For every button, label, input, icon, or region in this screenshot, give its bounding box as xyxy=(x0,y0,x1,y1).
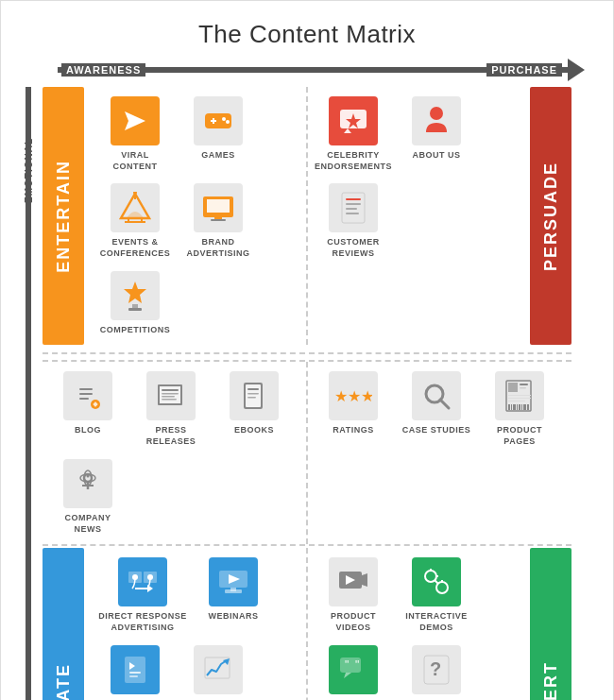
svg-rect-56 xyxy=(508,395,531,396)
webinars-label: WEBINARS xyxy=(209,611,259,623)
svg-rect-15 xyxy=(211,219,226,221)
svg-rect-66 xyxy=(527,404,529,410)
svg-rect-28 xyxy=(79,393,93,395)
list-item: " " TESTIMONIALS xyxy=(316,645,391,700)
awareness-purchase-axis: AWARENESS PURCHASE xyxy=(58,57,575,83)
svg-rect-65 xyxy=(523,404,526,410)
svg-point-4 xyxy=(222,117,226,121)
svg-rect-27 xyxy=(79,388,93,390)
svg-rect-62 xyxy=(517,404,518,410)
svg-marker-0 xyxy=(125,111,145,130)
convert-band: CONVERT xyxy=(530,548,571,700)
ebooks-label: EBOOKS xyxy=(234,425,274,436)
product-pages-icon xyxy=(495,371,544,420)
list-item: DIRECT RESPONSEADVERTISING xyxy=(97,557,188,633)
svg-rect-23 xyxy=(346,203,361,205)
persuade-band: PERSUADE xyxy=(530,87,571,345)
brand-advertising-icon xyxy=(194,183,243,232)
list-item: ★★★ RATINGS xyxy=(316,371,391,447)
svg-rect-24 xyxy=(346,208,357,210)
customer-reviews-icon xyxy=(329,183,378,232)
svg-rect-36 xyxy=(162,396,175,398)
events-conferences-icon xyxy=(111,183,160,232)
emotional-rational-axis: EMOTIONAL RATIONAL xyxy=(14,87,43,700)
list-item: CELEBRITYENDORSEMENTS xyxy=(316,96,391,172)
svg-rect-29 xyxy=(79,398,89,400)
svg-rect-33 xyxy=(160,386,180,403)
bottom-right-quadrant: PRODUCTVIDEOS xyxy=(308,548,524,700)
list-item: GUIDES xyxy=(97,645,173,700)
svg-text:": " xyxy=(345,658,349,672)
list-item: COMPETITIONS xyxy=(97,271,173,336)
press-releases-icon xyxy=(146,371,196,420)
games-icon xyxy=(194,96,243,145)
svg-rect-79 xyxy=(129,675,138,677)
list-item: BRANDADVERTISING xyxy=(180,183,256,259)
middle-section: BLOG PR xyxy=(43,360,571,546)
main-container: The Content Matrix AWARENESS PURCHASE EM… xyxy=(0,0,614,700)
brand-advertising-label: BRANDADVERTISING xyxy=(186,237,249,259)
trend-reports-icon xyxy=(194,645,243,694)
guides-icon xyxy=(111,645,160,694)
educate-band: EDUCATE xyxy=(43,548,84,700)
entertain-persuade-section: ENTERTAIN VIRALCONTENT xyxy=(43,87,571,354)
awareness-label: AWARENESS xyxy=(61,63,145,77)
svg-rect-59 xyxy=(508,404,510,410)
ratings-label: RATINGS xyxy=(333,425,373,436)
svg-rect-78 xyxy=(129,672,141,674)
svg-rect-64 xyxy=(521,404,522,410)
list-item: ? FAQs xyxy=(399,645,474,700)
case-studies-label: CASE STUDIES xyxy=(402,425,471,436)
svg-text:★★★: ★★★ xyxy=(334,388,372,404)
company-news-label: COMPANYNEWS xyxy=(65,513,111,535)
svg-rect-40 xyxy=(247,388,259,390)
viral-content-icon xyxy=(111,96,160,145)
celebrity-endorsements-label: CELEBRITYENDORSEMENTS xyxy=(315,150,392,172)
list-item: EBOOKS xyxy=(216,371,292,447)
svg-rect-55 xyxy=(520,387,526,389)
press-releases-label: PRESSRELEASES xyxy=(146,425,196,447)
testimonials-icon: " " xyxy=(329,645,378,694)
matrix-layout: EMOTIONAL RATIONAL ENTERTAIN xyxy=(14,87,600,700)
competitions-icon xyxy=(111,271,160,320)
svg-rect-54 xyxy=(520,384,528,385)
svg-marker-19 xyxy=(344,128,351,133)
about-us-icon xyxy=(412,96,461,145)
direct-response-icon xyxy=(118,557,167,606)
svg-rect-35 xyxy=(162,393,179,395)
svg-text:?: ? xyxy=(430,658,441,679)
entertain-band: ENTERTAIN xyxy=(43,87,84,345)
svg-rect-34 xyxy=(162,389,179,391)
product-pages-label: PRODUCTPAGES xyxy=(497,425,542,447)
list-item: PRODUCTPAGES xyxy=(482,371,557,447)
svg-rect-63 xyxy=(519,404,520,410)
svg-rect-76 xyxy=(230,588,236,591)
svg-rect-60 xyxy=(511,404,512,410)
page-title: The Content Matrix xyxy=(10,10,604,57)
svg-rect-61 xyxy=(513,404,516,410)
svg-marker-90 xyxy=(362,573,367,587)
svg-text:": " xyxy=(355,658,359,672)
svg-rect-41 xyxy=(247,393,259,395)
list-item: WEBINARS xyxy=(196,557,271,633)
svg-marker-100 xyxy=(344,673,351,678)
svg-point-20 xyxy=(430,107,443,120)
ebooks-icon xyxy=(230,371,279,420)
svg-line-51 xyxy=(440,400,449,408)
about-us-label: ABOUT US xyxy=(413,150,461,162)
list-item: COMPANYNEWS xyxy=(50,459,126,535)
emotional-label: EMOTIONAL xyxy=(24,138,34,203)
svg-rect-22 xyxy=(346,198,361,200)
svg-rect-17 xyxy=(128,308,142,311)
list-item: CASE STUDIES xyxy=(399,371,474,447)
content-area: ENTERTAIN VIRALCONTENT xyxy=(43,87,571,700)
svg-point-5 xyxy=(226,120,230,124)
svg-rect-13 xyxy=(207,199,230,213)
svg-rect-53 xyxy=(508,383,518,392)
top-left-quadrant: VIRALCONTENT GAMES xyxy=(90,87,308,345)
svg-rect-25 xyxy=(346,213,359,214)
list-item: GAMES xyxy=(180,96,256,172)
svg-rect-39 xyxy=(246,384,261,407)
svg-line-93 xyxy=(435,580,438,584)
svg-point-46 xyxy=(87,474,90,477)
